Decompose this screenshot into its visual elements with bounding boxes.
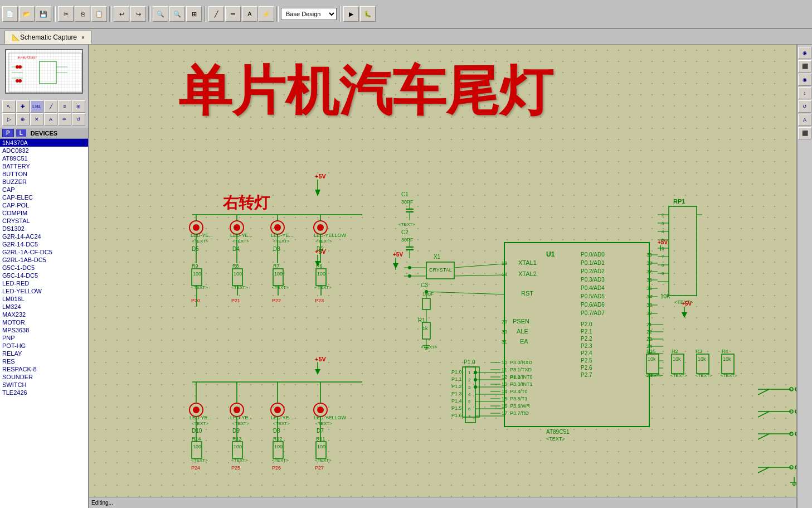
device-item-buzzer[interactable]: BUZZER: [0, 178, 88, 186]
right-tool-3[interactable]: ◉: [798, 74, 811, 86]
device-item-button[interactable]: BUTTON: [0, 170, 88, 178]
svg-text:P3.4/T0: P3.4/T0: [510, 389, 528, 394]
device-item-pnp[interactable]: PNP: [0, 334, 88, 342]
device-item-g2r14ac24[interactable]: G2R-14-AC24: [0, 233, 88, 240]
svg-text:16: 16: [502, 403, 507, 409]
select-tool[interactable]: ↖: [2, 100, 16, 113]
design-dropdown[interactable]: Base Design: [281, 8, 337, 20]
minimap-svg: 单片机汽车尾灯: [6, 50, 83, 94]
run-btn[interactable]: ▶: [343, 6, 359, 22]
power-btn[interactable]: ⚡: [259, 6, 274, 22]
label-tool[interactable]: LBL: [30, 100, 43, 113]
bus-tool[interactable]: ≡: [58, 100, 71, 113]
svg-text:P27: P27: [315, 465, 324, 471]
device-item-1n4370a[interactable]: 1N4370A: [0, 139, 88, 147]
right-tool-4[interactable]: ↕: [798, 87, 811, 99]
undo-btn[interactable]: ↩: [114, 6, 129, 22]
right-tool-1[interactable]: ◉: [798, 47, 811, 59]
device-item-g5c14dc5[interactable]: G5C-14-DC5: [0, 272, 88, 279]
device-item-ds1302[interactable]: DS1302: [0, 225, 88, 233]
wire-btn[interactable]: ╱: [208, 6, 224, 22]
svg-text:<TEXT>: <TEXT>: [231, 285, 248, 290]
device-list[interactable]: 1N4370AADC0832AT89C51BATTERYBUTTONBUZZER…: [0, 139, 88, 508]
svg-text:5: 5: [468, 399, 471, 404]
device-item-battery[interactable]: BATTERY: [0, 162, 88, 170]
debug-btn[interactable]: 🐛: [360, 6, 376, 22]
svg-text:28: 28: [646, 372, 652, 378]
device-item-adc0832[interactable]: ADC0832: [0, 147, 88, 154]
label-btn[interactable]: A: [242, 6, 257, 22]
component-tool[interactable]: ⊞: [72, 100, 85, 113]
move-tool[interactable]: ✚: [16, 100, 30, 113]
device-item-compim[interactable]: COMPIM: [0, 209, 88, 217]
device-item-at89c51[interactable]: AT89C51: [0, 154, 88, 162]
paste-btn[interactable]: 📋: [91, 6, 107, 22]
new-btn[interactable]: 📄: [2, 6, 18, 22]
device-item-mps3638[interactable]: MPS3638: [0, 326, 88, 334]
svg-text:10k: 10k: [698, 356, 706, 362]
device-item-cappol[interactable]: CAP-POL: [0, 201, 88, 209]
redo-btn[interactable]: ↪: [130, 6, 146, 22]
copy-btn[interactable]: ⎘: [75, 6, 90, 22]
canvas-area[interactable]: 单片机汽车尾灯 +5V +5V +5V +5V: [89, 45, 796, 508]
device-item-pothg[interactable]: POT-HG: [0, 342, 88, 350]
device-item-crystal[interactable]: CRYSTAL: [0, 217, 88, 225]
wire-tool[interactable]: ╱: [44, 100, 57, 113]
junction-tool[interactable]: ⊕: [16, 113, 30, 125]
right-tool-2[interactable]: ⬛: [798, 60, 811, 72]
bus-btn[interactable]: ═: [225, 6, 241, 22]
right-tool-6[interactable]: A: [798, 114, 811, 126]
l-button[interactable]: L: [16, 129, 26, 137]
device-item-g5c1dc5[interactable]: G5C-1-DC5: [0, 264, 88, 272]
save-btn[interactable]: 💾: [36, 6, 51, 22]
zoom-out-btn[interactable]: 🔍: [169, 6, 185, 22]
device-item-g2rl1abdc5[interactable]: G2RL-1AB-DC5: [0, 256, 88, 264]
svg-text:P3.1/TXD: P3.1/TXD: [510, 367, 532, 372]
device-item-relay[interactable]: RELAY: [0, 350, 88, 357]
svg-text:C3: C3: [421, 282, 428, 288]
svg-point-220: [314, 221, 327, 234]
noconn-tool[interactable]: ✕: [30, 113, 43, 125]
device-item-g2r14dc5[interactable]: G2R-14-DC5: [0, 240, 88, 248]
rotate-tool[interactable]: ↺: [72, 113, 85, 125]
device-item-ledyellow[interactable]: LED-YELLOW: [0, 287, 88, 295]
device-item-capelec[interactable]: CAP-ELEC: [0, 193, 88, 201]
right-tool-7[interactable]: ⬛: [798, 127, 811, 139]
tab-close-btn[interactable]: ×: [81, 35, 85, 41]
svg-text:P1.0: P1.0: [510, 375, 521, 380]
fit-btn[interactable]: ⊞: [186, 6, 202, 22]
device-item-respack8[interactable]: RESPACK-8: [0, 365, 88, 373]
svg-point-328: [795, 410, 796, 413]
text-tool[interactable]: A: [44, 113, 57, 125]
device-item-lm016l[interactable]: LM016L: [0, 295, 88, 303]
svg-text:P1.0: P1.0: [464, 359, 475, 365]
device-item-res[interactable]: RES: [0, 357, 88, 365]
schematic-tab[interactable]: 📐 Schematic Capture ×: [4, 31, 92, 44]
device-item-lm324[interactable]: LM324: [0, 303, 88, 311]
device-item-tle2426[interactable]: TLE2426: [0, 389, 88, 396]
device-item-motor[interactable]: MOTOR: [0, 318, 88, 326]
svg-text:P1.6: P1.6: [451, 413, 462, 418]
svg-point-323: [795, 388, 796, 391]
svg-rect-281: [192, 442, 202, 458]
power-tool[interactable]: ▷: [2, 113, 16, 125]
svg-text:100: 100: [317, 444, 325, 449]
p-button[interactable]: P: [2, 129, 14, 137]
device-item-sounder[interactable]: SOUNDER: [0, 373, 88, 381]
svg-point-333: [795, 432, 796, 436]
svg-text:100: 100: [193, 444, 201, 449]
right-tool-5[interactable]: ↺: [798, 100, 811, 113]
delete-tool[interactable]: ✏: [58, 113, 71, 125]
device-header: P L DEVICES: [0, 128, 88, 139]
svg-text:C2: C2: [401, 229, 409, 235]
device-item-ledred[interactable]: LED-RED: [0, 279, 88, 287]
device-item-switch[interactable]: SWITCH: [0, 381, 88, 389]
device-item-cap[interactable]: CAP: [0, 186, 88, 193]
cut-btn[interactable]: ✂: [58, 6, 74, 22]
svg-text:<TEXT>: <TEXT>: [721, 373, 737, 378]
open-btn[interactable]: 📂: [19, 6, 35, 22]
zoom-in-btn[interactable]: 🔍: [153, 6, 168, 22]
svg-text:R12: R12: [273, 436, 283, 442]
device-item-g2rl1acfdc5[interactable]: G2RL-1A-CF-DC5: [0, 248, 88, 256]
device-item-max232[interactable]: MAX232: [0, 311, 88, 318]
